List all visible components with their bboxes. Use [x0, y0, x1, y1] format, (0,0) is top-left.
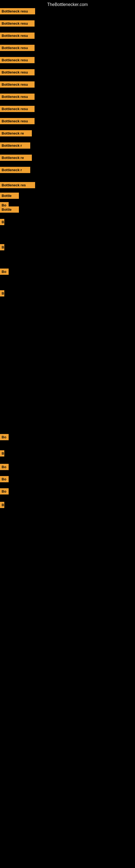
- bottleneck-item[interactable]: B: [0, 290, 4, 297]
- bottleneck-item[interactable]: B: [0, 450, 4, 457]
- bottleneck-item[interactable]: Bottleneck re: [0, 155, 32, 161]
- bottleneck-item[interactable]: Bottleneck resu: [0, 57, 35, 63]
- bottleneck-item[interactable]: Bo: [0, 464, 9, 470]
- bottleneck-item[interactable]: Bo: [0, 269, 9, 275]
- bottleneck-item[interactable]: Bo: [0, 434, 9, 440]
- bottleneck-item[interactable]: Bottle: [0, 193, 19, 199]
- bottleneck-item[interactable]: B: [0, 219, 4, 225]
- bottleneck-item[interactable]: Bottleneck resu: [0, 69, 35, 75]
- bottleneck-item[interactable]: Bottleneck resu: [0, 45, 35, 51]
- bottleneck-item[interactable]: Bottleneck resu: [0, 20, 35, 27]
- bottleneck-item[interactable]: Bottle: [0, 207, 19, 213]
- bottleneck-item[interactable]: Bo: [0, 476, 9, 482]
- bottleneck-item[interactable]: Bottleneck resu: [0, 33, 35, 39]
- bottleneck-item[interactable]: Bottleneck r: [0, 167, 30, 173]
- bottleneck-item[interactable]: B: [0, 244, 4, 250]
- bottleneck-item[interactable]: Bottleneck resu: [0, 94, 35, 100]
- bottleneck-item[interactable]: Bottleneck resu: [0, 106, 35, 112]
- bottleneck-item[interactable]: Bottleneck resu: [0, 118, 35, 124]
- bottleneck-item[interactable]: Bottleneck re: [0, 130, 32, 136]
- bottleneck-item[interactable]: Bottleneck res: [0, 182, 35, 188]
- bottleneck-item[interactable]: Bo: [0, 488, 9, 495]
- bottleneck-item[interactable]: Bottleneck resu: [0, 8, 35, 14]
- site-title: TheBottlenecker.com: [0, 0, 135, 9]
- bottleneck-item[interactable]: Bottleneck r: [0, 143, 30, 149]
- bottleneck-item[interactable]: Bottleneck resu: [0, 82, 35, 88]
- bottleneck-item[interactable]: B: [0, 502, 4, 508]
